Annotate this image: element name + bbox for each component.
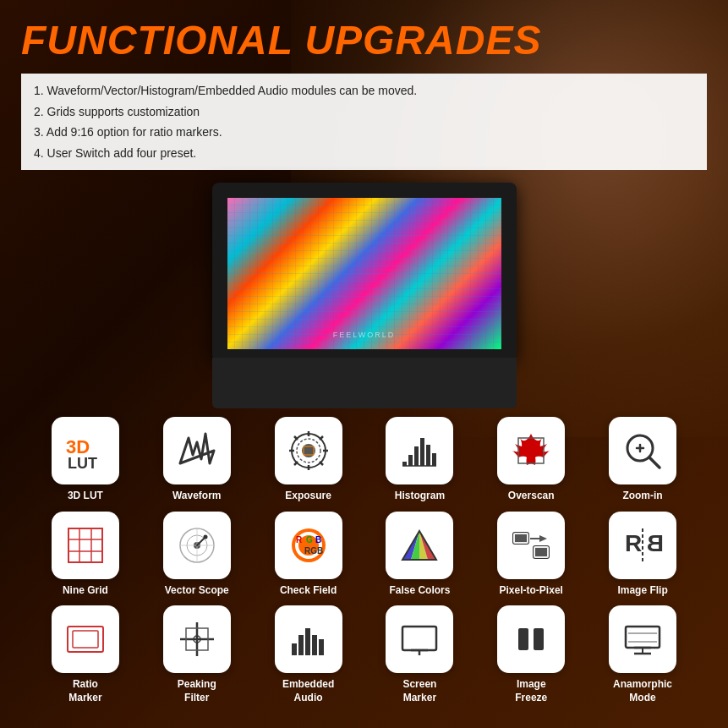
icon-item-nine-grid: Nine Grid [39, 512, 132, 598]
icon-label-anamorphic-mode: AnamorphicMode [613, 678, 672, 704]
svg-rect-72 [312, 635, 317, 655]
icon-box-histogram [386, 417, 453, 484]
svg-rect-26 [68, 528, 102, 562]
svg-rect-79 [626, 627, 660, 648]
svg-rect-69 [292, 643, 297, 655]
exposure-icon [287, 430, 330, 472]
svg-line-12 [294, 462, 298, 465]
monitor-frame: FEELWORLD [212, 183, 517, 361]
icon-label-exposure: Exposure [285, 490, 331, 503]
svg-rect-59 [535, 548, 547, 556]
svg-rect-54 [515, 534, 527, 542]
icon-item-histogram: Histogram [373, 417, 466, 503]
svg-text:LUT: LUT [68, 455, 97, 472]
features-container: 1. Waveform/Vector/Histogram/Embedded Au… [21, 74, 707, 170]
icon-item-anamorphic-mode: AnamorphicMode [596, 605, 689, 704]
icon-item-image-freeze: ImageFreeze [484, 605, 577, 704]
icons-row-1: 3D LUT 3D LUT Waveform [30, 417, 698, 503]
icon-label-peaking-filter: PeakingFilter [178, 678, 216, 704]
icon-item-false-colors: False Colors [373, 512, 466, 598]
peaking-filter-icon [176, 618, 218, 660]
icon-box-3d-lut: 3D LUT [52, 417, 119, 484]
icon-box-overscan [497, 417, 565, 484]
icon-box-embedded-audio [275, 605, 342, 673]
histogram-icon [398, 430, 441, 472]
icon-label-embedded-audio: EmbeddedAudio [282, 678, 334, 704]
icon-box-exposure [275, 417, 342, 484]
icons-row-3: RatioMarker PeakingFilter [30, 605, 698, 704]
vector-scope-icon [176, 524, 218, 567]
icon-box-check-field: R G B RGB [275, 512, 342, 579]
lut-icon: 3D LUT [64, 430, 107, 472]
feature-4: 4. User Switch add four preset. [34, 143, 694, 164]
svg-rect-70 [298, 635, 304, 655]
svg-text:G: G [306, 535, 313, 545]
svg-rect-19 [432, 453, 436, 466]
svg-line-23 [649, 457, 660, 468]
icon-label-waveform: Waveform [172, 490, 222, 503]
icon-box-zoom [609, 417, 676, 484]
svg-rect-78 [534, 628, 544, 650]
icon-box-ratio-marker [52, 605, 119, 673]
icon-item-image-flip: R B Image Flip [596, 512, 689, 598]
embedded-audio-icon [287, 618, 330, 660]
icon-item-check-field: R G B RGB Check Field [262, 512, 355, 598]
icon-item-zoom: Zoom-in [596, 417, 689, 503]
svg-text:RGB: RGB [304, 546, 323, 556]
image-flip-icon: R B [621, 524, 664, 567]
zoom-icon [621, 430, 664, 472]
icon-label-image-freeze: ImageFreeze [515, 678, 547, 704]
monitor-wrapper: FEELWORLD [212, 183, 517, 408]
svg-text:R: R [296, 535, 303, 545]
icon-item-ratio-marker: RatioMarker [39, 605, 132, 704]
svg-rect-74 [402, 627, 436, 650]
icon-box-pixel-to-pixel [497, 512, 565, 579]
svg-text:B: B [647, 530, 664, 556]
anamorphic-mode-icon [621, 618, 664, 660]
camera-body [212, 358, 517, 408]
pixel-to-pixel-icon [510, 524, 552, 567]
icon-item-screen-marker: ScreenMarker [373, 605, 466, 704]
feature-1: 1. Waveform/Vector/Histogram/Embedded Au… [34, 80, 694, 101]
feature-2: 2. Grids supports customization [34, 101, 694, 123]
brand-label: FEELWORLD [333, 331, 395, 339]
icon-label-vector-scope: Vector Scope [165, 584, 229, 598]
icon-label-check-field: Check Field [280, 584, 337, 598]
svg-rect-71 [305, 628, 310, 655]
svg-point-37 [203, 534, 207, 539]
icon-box-screen-marker [386, 605, 453, 673]
icon-label-zoom: Zoom-in [622, 490, 662, 503]
screen-marker-icon [398, 618, 441, 660]
icons-row-2: Nine Grid Vector Sco [30, 512, 698, 598]
overscan-icon [510, 430, 552, 472]
icon-label-image-flip: Image Flip [617, 584, 667, 598]
icon-box-vector-scope [163, 512, 231, 579]
monitor-screen: FEELWORLD [221, 191, 508, 356]
icon-label-screen-marker: ScreenMarker [402, 678, 436, 704]
svg-text:B: B [315, 535, 321, 545]
icon-label-ratio-marker: RatioMarker [68, 678, 101, 704]
icon-label-nine-grid: Nine Grid [63, 584, 108, 598]
svg-text:R: R [625, 530, 642, 556]
monitor-area: FEELWORLD [21, 183, 707, 408]
icon-label-pixel-to-pixel: Pixel-to-Pixel [500, 584, 563, 598]
icon-label-3d-lut: 3D LUT [68, 490, 103, 503]
page-title: FUNCTIONAL UPGRADES [21, 17, 707, 63]
feature-3: 3. Add 9:16 option for ratio markers. [34, 122, 694, 143]
icon-item-waveform: Waveform [151, 417, 244, 503]
icon-box-waveform [163, 417, 231, 484]
svg-line-9 [294, 436, 298, 440]
icon-item-exposure: Exposure [262, 417, 355, 503]
svg-rect-17 [420, 438, 424, 466]
image-freeze-icon [510, 618, 552, 660]
svg-marker-2 [180, 434, 214, 463]
icon-item-3d-lut: 3D LUT 3D LUT [39, 417, 132, 503]
svg-rect-18 [426, 445, 430, 466]
ratio-marker-icon [64, 618, 107, 660]
svg-rect-15 [408, 455, 413, 466]
check-field-icon: R G B RGB [287, 524, 330, 567]
svg-rect-77 [518, 628, 528, 650]
svg-line-11 [320, 436, 323, 440]
icon-item-vector-scope: Vector Scope [151, 512, 244, 598]
svg-rect-16 [414, 446, 419, 466]
